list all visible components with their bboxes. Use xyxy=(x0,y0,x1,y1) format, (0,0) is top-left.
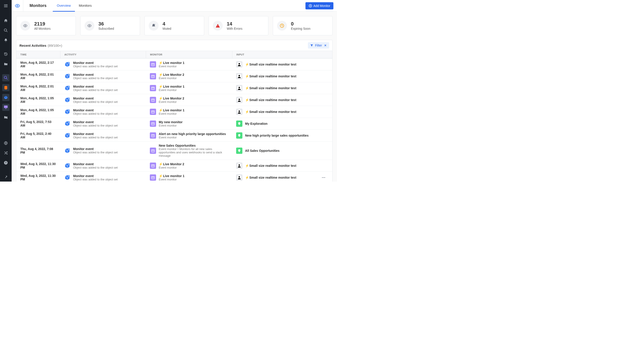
input-type-icon xyxy=(236,73,242,79)
table-row[interactable]: Wed, Aug 3, 2022, 11:30 PMMonitor eventO… xyxy=(16,172,332,182)
svg-rect-3 xyxy=(4,106,8,108)
filter-chip[interactable]: Filter xyxy=(308,42,329,48)
stat-muted[interactable]: z 4Muted xyxy=(144,16,204,35)
svg-point-48 xyxy=(238,110,240,112)
table-row[interactable]: Wed, Aug 3, 2022, 11:30 PMMonitor eventO… xyxy=(16,160,332,172)
input-title: ⚡Small size realtime monitor test xyxy=(245,164,296,168)
calendar-icon xyxy=(150,109,156,115)
svg-rect-43 xyxy=(152,111,154,113)
row-time: Mon, Aug 8, 2022, 2:01 AM xyxy=(16,82,60,94)
table-row[interactable]: Mon, Aug 8, 2022, 2:17 AMMonitor eventOb… xyxy=(16,58,332,70)
input-title: My Exploration xyxy=(245,122,268,126)
bolt-icon: ⚡ xyxy=(245,176,249,179)
box-add-icon xyxy=(64,120,70,127)
svg-point-73 xyxy=(152,178,153,178)
folder-star-icon[interactable] xyxy=(2,114,10,121)
row-time: Mon, Aug 8, 2022, 2:17 AM xyxy=(16,58,60,70)
input-type-icon xyxy=(236,162,242,169)
calendar-icon xyxy=(150,85,156,91)
folder-icon[interactable] xyxy=(2,60,10,68)
svg-rect-4 xyxy=(5,108,6,109)
bolt-icon: ⚡ xyxy=(245,110,249,114)
monitor-title: Alert on new high priority large opportu… xyxy=(159,132,226,136)
plus-circle-icon xyxy=(308,4,312,8)
svg-point-41 xyxy=(238,98,240,100)
input-title: ⚡Small size realtime monitor test xyxy=(245,110,296,114)
globe-icon[interactable] xyxy=(2,140,10,147)
table-row[interactable]: Fri, Aug 5, 2022, 2:40 AMMonitor eventOb… xyxy=(16,130,332,141)
svg-text:?: ? xyxy=(5,162,7,164)
warning-icon xyxy=(213,21,223,31)
svg-rect-29 xyxy=(152,87,154,90)
page-title: Monitors xyxy=(23,3,53,8)
svg-point-63 xyxy=(154,151,154,151)
stat-errors[interactable]: 14With Errors xyxy=(209,16,268,35)
activity-title: Monitor event xyxy=(73,174,118,178)
stat-all-monitors[interactable]: 2119All Monitors xyxy=(16,16,76,35)
svg-point-46 xyxy=(154,112,154,112)
clock-icon xyxy=(277,21,287,31)
stat-value: 14 xyxy=(227,21,242,27)
col-header-monitor: MONITOR xyxy=(146,51,232,58)
svg-point-20 xyxy=(238,63,240,64)
bolt-icon: ⚡ xyxy=(159,73,162,76)
row-time: Fri, Aug 5, 2022, 7:53 AM xyxy=(16,118,60,130)
home-icon[interactable] xyxy=(2,17,10,24)
monitor-title: ⚡Live Monitor 2 xyxy=(159,162,184,166)
expand-icon[interactable] xyxy=(2,173,10,180)
table-row[interactable]: Mon, Aug 8, 2022, 2:01 AMMonitor eventOb… xyxy=(16,82,332,94)
cube-icon[interactable] xyxy=(2,94,10,101)
table-header: TIME ACTIVITY MONITOR INPUT xyxy=(16,51,332,58)
calendar-icon xyxy=(150,148,156,154)
table-row[interactable]: Fri, Aug 5, 2022, 7:53 AMMonitor eventOb… xyxy=(16,118,332,130)
bell-icon[interactable] xyxy=(2,37,10,44)
svg-point-44 xyxy=(152,112,153,112)
tab-overview[interactable]: Overview xyxy=(53,0,75,12)
search-nav-icon[interactable] xyxy=(2,74,10,82)
table-row[interactable]: Thu, Aug 4, 2022, 7:08 PMMonitor eventOb… xyxy=(16,141,332,160)
svg-point-34 xyxy=(238,87,240,88)
menu-toggle-icon[interactable] xyxy=(0,0,12,12)
box-add-icon xyxy=(64,73,70,79)
input-title: ⚡Small size realtime monitor test xyxy=(245,98,296,102)
box-add-icon xyxy=(64,97,70,103)
table-row[interactable]: Mon, Aug 8, 2022, 2:01 AMMonitor eventOb… xyxy=(16,70,332,82)
activity-title: Monitor event xyxy=(73,85,118,88)
svg-point-52 xyxy=(153,124,153,124)
monitor-title: New Sales Opportunities xyxy=(159,144,228,147)
svg-point-66 xyxy=(152,166,153,166)
box-add-icon xyxy=(64,85,70,91)
monitor-title: ⚡Live monitor 1 xyxy=(159,174,184,178)
stat-expiring[interactable]: 0Expiring Soon xyxy=(273,16,332,35)
monitor-subtitle: Event monitor xyxy=(159,136,226,139)
activity-subtitle: Object was added to the object set xyxy=(73,151,118,154)
bolt-icon: ⚡ xyxy=(245,98,249,102)
calendar-icon xyxy=(150,132,156,138)
shuffle-icon[interactable] xyxy=(2,149,10,156)
bolt-icon: ⚡ xyxy=(159,85,162,88)
add-monitor-button[interactable]: Add Monitor xyxy=(306,2,334,10)
search-icon[interactable] xyxy=(2,27,10,34)
app-icon[interactable] xyxy=(2,104,10,111)
database-icon[interactable] xyxy=(2,84,10,91)
activity-subtitle: Object was added to the object set xyxy=(73,124,118,127)
table-row[interactable]: Mon, Aug 8, 2022, 1:05 AMMonitor eventOb… xyxy=(16,94,332,106)
filter-clear-icon[interactable] xyxy=(324,44,327,47)
col-header-activity: ACTIVITY xyxy=(60,51,146,58)
box-add-icon xyxy=(64,162,70,169)
row-time: Mon, Aug 8, 2022, 2:01 AM xyxy=(16,70,60,82)
table-row[interactable]: Mon, Aug 8, 2022, 1:05 AMMonitor eventOb… xyxy=(16,106,332,118)
help-icon[interactable]: ? xyxy=(2,159,10,166)
input-type-icon xyxy=(236,85,242,91)
stat-value: 0 xyxy=(291,21,310,27)
svg-point-78 xyxy=(322,177,323,178)
tab-monitors[interactable]: Monitors xyxy=(75,0,96,12)
svg-point-10 xyxy=(25,25,26,26)
box-add-icon xyxy=(64,132,70,138)
stat-value: 36 xyxy=(98,21,114,27)
svg-point-31 xyxy=(153,88,153,89)
add-monitor-label: Add Monitor xyxy=(314,4,330,8)
history-icon[interactable] xyxy=(2,50,10,58)
stat-subscribed[interactable]: 36Subscribed xyxy=(80,16,140,35)
more-menu-icon[interactable] xyxy=(322,176,328,180)
